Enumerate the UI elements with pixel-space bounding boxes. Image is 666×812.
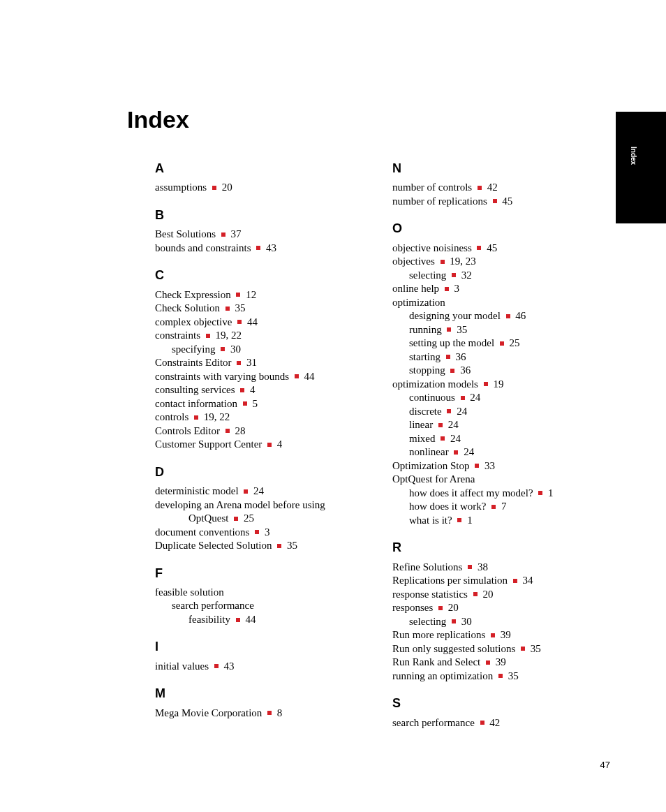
bullet-icon: [255, 530, 259, 534]
bullet-icon: [493, 199, 497, 203]
index-entry-pages: 24: [457, 406, 467, 417]
bullet-icon: [447, 409, 451, 413]
index-entry-term: constraints with varying bounds: [155, 371, 289, 382]
index-entry: how does it affect my model? 1: [392, 487, 602, 501]
index-entry: constraints with varying bounds 44: [155, 370, 364, 384]
bullet-icon: [295, 374, 299, 378]
index-entry: Optimization Stop 33: [392, 459, 602, 473]
index-entry-pages: 42: [489, 717, 500, 728]
bullet-icon: [236, 293, 240, 297]
index-entry-pages: 39: [496, 656, 506, 667]
index-entry-pages: 32: [461, 270, 472, 281]
index-entry-term: objectives: [392, 256, 435, 267]
index-section-letter: A: [155, 161, 364, 177]
index-entry: Run more replications 39: [392, 628, 602, 642]
index-entry-term: feasible solution: [155, 586, 224, 598]
index-entry: assumptions 20: [155, 181, 364, 195]
bullet-icon: [475, 464, 479, 468]
index-entry-pages: 28: [235, 425, 245, 436]
page-title: Index: [127, 106, 189, 133]
bullet-icon: [441, 436, 445, 441]
index-entry-pages: 19: [493, 378, 503, 390]
index-entry-pages: 36: [456, 351, 466, 362]
bullet-icon: [225, 429, 230, 433]
index-entry-pages: 44: [304, 371, 315, 382]
index-entry: Check Solution 35: [155, 302, 364, 316]
index-entry-pages: 39: [501, 629, 511, 640]
index-entry: document conventions 3: [155, 526, 364, 540]
index-entry-term: document conventions: [155, 526, 249, 538]
index-entry: Run Rank and Select 39: [392, 656, 602, 670]
index-entry-term: linear: [409, 419, 433, 430]
bullet-icon: [477, 246, 481, 250]
index-entry: objective noisiness 45: [392, 242, 602, 256]
index-entry-term: OptQuest: [188, 512, 229, 524]
index-entry-term: selecting: [409, 270, 446, 281]
index-entry: Refine Solutions 38: [392, 561, 602, 575]
bullet-icon: [450, 369, 454, 373]
index-entry: optimization models 19: [392, 378, 602, 392]
bullet-icon: [478, 186, 482, 190]
index-entry-term: Run only suggested solutions: [392, 643, 515, 654]
index-entry-pages: 37: [231, 228, 242, 239]
index-entry: contact information 5: [155, 397, 364, 411]
bullet-icon: [212, 186, 216, 190]
index-entry-term: running: [409, 324, 442, 335]
index-entry-pages: 44: [246, 614, 256, 625]
index-entry: deterministic model 24: [155, 485, 364, 499]
index-entry-term: constraints: [155, 330, 200, 341]
bullet-icon: [486, 660, 490, 665]
index-entry-term: Customer Support Center: [155, 438, 262, 450]
bullet-icon: [267, 711, 272, 715]
index-entry-term: Controls Editor: [155, 425, 220, 436]
index-section-letter: D: [155, 464, 364, 480]
index-entry-term: Refine Solutions: [392, 561, 462, 573]
index-entry: mixed 24: [392, 432, 602, 446]
bullet-icon: [225, 307, 230, 311]
index-entry: specifying 30: [155, 343, 364, 357]
index-entry-pages: 45: [502, 195, 512, 207]
index-entry: objectives 19, 23: [392, 255, 602, 269]
index-entry-term: Run Rank and Select: [392, 656, 480, 667]
index-entry-pages: 38: [478, 561, 488, 573]
index-entry-pages: 35: [508, 670, 519, 681]
index-entry-term: number of replications: [392, 195, 487, 207]
bullet-icon: [237, 361, 241, 365]
bullet-icon: [221, 347, 225, 351]
index-entry: online help 3: [392, 282, 602, 296]
bullet-icon: [538, 491, 542, 495]
index-entry-term: mixed: [409, 433, 436, 444]
index-entry-pages: 3: [454, 283, 460, 294]
bullet-icon: [236, 618, 240, 622]
index-entry-pages: 45: [487, 242, 497, 253]
index-entry-term: search performance: [172, 600, 254, 611]
index-entry: optimization: [392, 296, 602, 310]
index-entry: discrete 24: [392, 405, 602, 419]
index-entry-pages: 5: [252, 398, 258, 409]
index-columns: Aassumptions 20BBest Solutions 37bounds …: [155, 161, 602, 730]
bullet-icon: [491, 633, 495, 637]
index-entry: controls 19, 22: [155, 411, 364, 425]
index-entry-term: Constraints Editor: [155, 357, 232, 368]
index-entry-term: Check Expression: [155, 289, 231, 300]
index-entry-term: designing your model: [409, 310, 501, 321]
bullet-icon: [244, 489, 248, 494]
index-entry: starting 36: [392, 350, 602, 364]
index-section-letter: R: [392, 540, 602, 556]
thumb-tab-label: Index: [630, 147, 637, 165]
index-entry: selecting 32: [392, 269, 602, 283]
index-entry-pages: 31: [246, 357, 257, 368]
index-entry-pages: 33: [484, 460, 495, 471]
index-entry: complex objective 44: [155, 316, 364, 330]
index-entry: search performance: [155, 599, 364, 613]
index-entry: initial values 43: [155, 660, 364, 674]
index-entry-pages: 12: [246, 289, 256, 300]
bullet-icon: [240, 388, 244, 392]
bullet-icon: [214, 664, 219, 668]
index-section-letter: S: [392, 695, 602, 711]
index-entry-term: optimization models: [392, 378, 478, 390]
bullet-icon: [498, 674, 503, 678]
bullet-icon: [447, 327, 451, 332]
index-entry-term: what is it?: [409, 515, 452, 526]
bullet-icon: [277, 544, 281, 548]
